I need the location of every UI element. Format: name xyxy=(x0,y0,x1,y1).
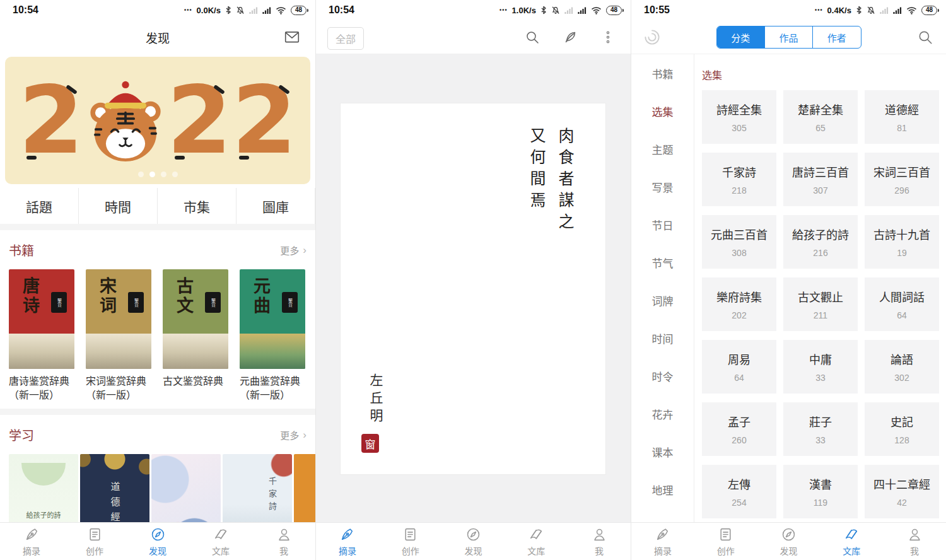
filter-all-button[interactable]: 全部 xyxy=(327,27,364,50)
book-cover-title: 古文 xyxy=(172,277,196,316)
discover-header: 发现 xyxy=(0,20,315,54)
carousel-dot[interactable] xyxy=(161,172,166,177)
collection-card[interactable]: 唐詩三百首307 xyxy=(783,153,858,206)
collection-card[interactable]: 人間詞話64 xyxy=(865,277,939,331)
sidebar-item-books[interactable]: 书籍 xyxy=(631,54,694,92)
book-item[interactable]: 古文鑒賞 古文鉴赏辞典 xyxy=(163,269,228,402)
sidebar-item-collections[interactable]: 选集 xyxy=(631,92,694,130)
carousel-dot[interactable] xyxy=(138,172,144,177)
books-more-link[interactable]: 更多› xyxy=(280,243,307,257)
collection-card[interactable]: 史記128 xyxy=(865,402,939,456)
mail-icon[interactable] xyxy=(284,29,300,45)
book-item[interactable]: 宋词鑒賞 宋词鉴赏辞典（新一版） xyxy=(86,269,151,402)
search-icon[interactable] xyxy=(917,29,933,45)
person-icon xyxy=(907,527,923,542)
bluetooth-icon xyxy=(540,6,547,15)
collection-card[interactable]: 給孩子的詩216 xyxy=(783,215,858,269)
banner-digit: 2 xyxy=(231,74,296,167)
carousel-dot-active[interactable] xyxy=(149,172,155,177)
quill-pen-icon[interactable] xyxy=(563,30,578,45)
book-seal: 鑒賞 xyxy=(282,292,298,313)
collection-card[interactable]: 莊子33 xyxy=(783,402,858,456)
collection-card[interactable]: 中庸33 xyxy=(783,340,858,394)
nav-excerpts[interactable]: 摘录 xyxy=(0,523,63,560)
library-main: 选集 詩經全集305 楚辭全集65 道德經81 千家詩218 唐詩三百首307 … xyxy=(694,54,946,560)
poem-text: 肉食者謀之 又何間焉 xyxy=(522,127,579,235)
nav-create[interactable]: 创作 xyxy=(63,523,126,560)
more-vertical-icon[interactable] xyxy=(600,30,616,45)
battery-indicator: 48 xyxy=(291,6,307,15)
collection-card[interactable]: 周易64 xyxy=(702,340,776,394)
nav-me[interactable]: 我 xyxy=(252,523,315,560)
collection-card[interactable]: 樂府詩集202 xyxy=(702,277,776,331)
nav-excerpts[interactable]: 摘录 xyxy=(316,523,379,560)
mute-bell-icon xyxy=(867,6,875,15)
sidebar-item-themes[interactable]: 主题 xyxy=(631,130,694,168)
collection-card[interactable]: 左傳254 xyxy=(702,465,776,518)
book-seal: 鑒賞 xyxy=(51,292,67,313)
tab-gallery[interactable]: 圖庫 xyxy=(237,188,315,224)
collection-card[interactable]: 元曲三百首308 xyxy=(702,215,776,269)
collection-card[interactable]: 古詩十九首19 xyxy=(865,215,939,269)
nav-me[interactable]: 我 xyxy=(883,523,946,560)
nav-discover[interactable]: 发现 xyxy=(126,523,189,560)
new-year-banner[interactable]: 2 2 2 xyxy=(5,57,310,184)
sim2-signal-icon xyxy=(578,6,587,15)
cover-painting xyxy=(163,334,228,369)
collection-card[interactable]: 四十二章經42 xyxy=(865,465,939,518)
sidebar-item-scenery[interactable]: 写景 xyxy=(631,168,694,206)
nav-library[interactable]: 文库 xyxy=(505,523,568,560)
nav-library[interactable]: 文库 xyxy=(820,523,883,560)
sim1-signal-icon xyxy=(249,6,258,15)
carousel-dot[interactable] xyxy=(172,172,178,177)
sidebar-item-time[interactable]: 时间 xyxy=(631,319,694,357)
tab-market[interactable]: 市集 xyxy=(158,188,237,224)
clock: 10:54 xyxy=(329,4,354,16)
search-icon[interactable] xyxy=(525,30,540,45)
collection-card[interactable]: 詩經全集305 xyxy=(702,90,776,144)
sidebar-item-textbooks[interactable]: 课本 xyxy=(631,433,694,470)
nav-discover[interactable]: 发现 xyxy=(757,523,820,560)
collection-card[interactable]: 宋詞三百首296 xyxy=(865,153,939,206)
sync-spinner-icon[interactable] xyxy=(643,28,662,47)
bottom-nav-discover: 摘录 创作 发现 文库 我 xyxy=(0,522,315,560)
app-seal-stamp: 窗 xyxy=(361,434,379,453)
excerpt-header: 全部 xyxy=(316,20,631,54)
sidebar-item-cipai[interactable]: 词牌 xyxy=(631,281,694,319)
nav-me[interactable]: 我 xyxy=(568,523,631,560)
sidebar-item-solar-terms[interactable]: 节气 xyxy=(631,243,694,281)
tab-topics[interactable]: 話題 xyxy=(0,188,79,224)
bottom-nav-excerpt: 摘录 创作 发现 文库 我 xyxy=(316,522,631,560)
sim2-signal-icon xyxy=(893,6,902,15)
collection-card[interactable]: 古文觀止211 xyxy=(783,277,858,331)
panel-library: 10:55 ••• 0.4K/s 48 分类 作品 作者 xyxy=(631,0,946,560)
status-bar-1: 10:54 ••• 0.0K/s 48 xyxy=(0,0,315,20)
collection-card[interactable]: 千家詩218 xyxy=(702,153,776,206)
nav-library[interactable]: 文库 xyxy=(189,523,252,560)
sidebar-item-festivals[interactable]: 节日 xyxy=(631,206,694,243)
collection-card[interactable]: 論語302 xyxy=(865,340,939,394)
excerpt-card[interactable]: 肉食者謀之 又何間焉 左丘明 窗 xyxy=(340,103,606,475)
person-icon xyxy=(276,527,292,542)
book-item[interactable]: 唐诗鑒賞 唐诗鉴赏辞典（新一版） xyxy=(9,269,74,402)
screen: 10:54 ••• 0.0K/s 48 发现 2 xyxy=(0,0,946,560)
battery-indicator: 48 xyxy=(606,6,622,15)
book-item[interactable]: 元曲鑒賞 元曲鉴赏辞典（新一版） xyxy=(240,269,305,402)
nav-excerpts[interactable]: 摘录 xyxy=(631,523,694,560)
nav-discover[interactable]: 发现 xyxy=(442,523,505,560)
sidebar-item-flowers[interactable]: 花卉 xyxy=(631,395,694,433)
book-stack-icon xyxy=(213,527,229,542)
collection-card[interactable]: 孟子260 xyxy=(702,402,776,456)
segment-categories[interactable]: 分类 xyxy=(717,26,764,48)
learning-more-link[interactable]: 更多› xyxy=(280,428,307,441)
sidebar-item-seasons[interactable]: 时令 xyxy=(631,357,694,395)
sidebar-item-geography[interactable]: 地理 xyxy=(631,470,694,508)
collection-card[interactable]: 道德經81 xyxy=(865,90,939,144)
collection-card[interactable]: 漢書119 xyxy=(783,465,858,518)
segment-works[interactable]: 作品 xyxy=(764,26,812,48)
collection-card[interactable]: 楚辭全集65 xyxy=(783,90,858,144)
segment-authors[interactable]: 作者 xyxy=(812,26,860,48)
nav-create[interactable]: 创作 xyxy=(694,523,757,560)
nav-create[interactable]: 创作 xyxy=(379,523,442,560)
tab-time[interactable]: 時間 xyxy=(79,188,158,224)
